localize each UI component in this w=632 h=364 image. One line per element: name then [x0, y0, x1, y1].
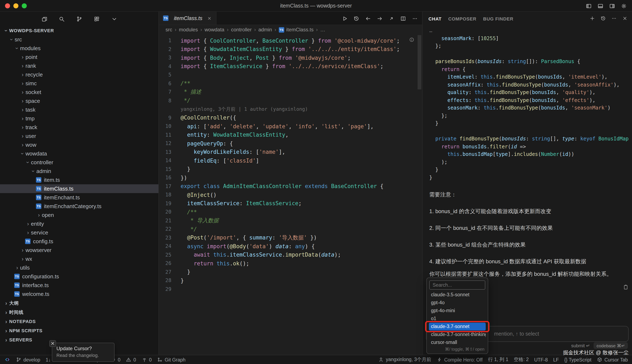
- copy-icon[interactable]: [41, 16, 47, 22]
- model-option-claude-3-7-sonnet-thinking[interactable]: claude-3.7-sonnet-thinking: [429, 330, 486, 338]
- toast-body[interactable]: Read the changelog.: [56, 353, 110, 358]
- tab-chat[interactable]: CHAT: [428, 16, 442, 21]
- model-option-claude-3-5-sonnet[interactable]: claude-3.5-sonnet: [429, 291, 486, 299]
- layout-sidebar-icon[interactable]: [586, 3, 592, 9]
- section-npm-scripts[interactable]: ›NPM SCRIPTS: [0, 326, 158, 335]
- folder-rank[interactable]: ›rank: [0, 62, 158, 70]
- breadcrumb-item[interactable]: …: [320, 27, 325, 32]
- model-option-o1[interactable]: o1: [429, 315, 486, 323]
- update-toast[interactable]: × Update Cursor? Read the changelog.: [52, 343, 114, 362]
- breadcrumb-controller[interactable]: controller: [231, 27, 252, 32]
- layout-sidebar-right-icon[interactable]: [609, 3, 615, 9]
- folder-space[interactable]: ›space: [0, 96, 158, 105]
- file-item-ts[interactable]: TSitem.ts: [0, 176, 158, 184]
- folder-wow[interactable]: ›wow: [0, 140, 158, 149]
- file-configuration-ts[interactable]: TSconfiguration.ts: [0, 272, 158, 281]
- status-utf-8[interactable]: UTF-8: [534, 357, 548, 362]
- folder-service[interactable]: ›service: [0, 228, 158, 237]
- hint-icon[interactable]: [409, 37, 415, 43]
- nav-back-icon[interactable]: [365, 15, 371, 22]
- folder-entity[interactable]: ›entity: [0, 220, 158, 228]
- model-option-cursor-small[interactable]: cursor-small: [429, 338, 486, 346]
- folder-controller[interactable]: ›controller: [0, 158, 158, 167]
- search-icon[interactable]: [58, 16, 65, 22]
- layout-panel-icon[interactable]: [597, 3, 604, 9]
- hint-icon[interactable]: [409, 37, 415, 43]
- file-itemenchantcategory-ts[interactable]: TSitemEnchantCategory.ts: [0, 202, 158, 211]
- folder-simc[interactable]: ›simc: [0, 79, 158, 88]
- folder-utils[interactable]: ›utils: [0, 263, 158, 272]
- folder-wowserver[interactable]: ›wowserver: [0, 246, 158, 254]
- section-notepads[interactable]: ›NOTEPADS: [0, 317, 158, 326]
- status-0[interactable]: 0: [142, 357, 152, 362]
- breadcrumb-admin[interactable]: admin: [258, 27, 272, 32]
- status-typescript[interactable]: {} TypeScript: [564, 357, 592, 362]
- model-option-gpt-4o[interactable]: gpt-4o: [429, 299, 486, 307]
- play-icon[interactable]: [342, 15, 348, 22]
- folder-user[interactable]: ›user: [0, 132, 158, 140]
- maximize-window-button[interactable]: [22, 3, 27, 8]
- status-cursor-tab[interactable]: Cursor Tab: [597, 357, 628, 362]
- file-itemclass-ts[interactable]: TSitemClass.ts: [0, 184, 158, 193]
- settings-gear-icon[interactable]: [621, 3, 627, 9]
- folder-wowdata[interactable]: ›wowdata: [0, 149, 158, 158]
- file-welcome-ts[interactable]: TSwelcome.ts: [0, 290, 158, 298]
- chevron-down-icon[interactable]: [111, 16, 118, 22]
- model-option-gpt-4o-mini[interactable]: gpt-4o-mini: [429, 307, 486, 315]
- file-config-ts[interactable]: TSconfig.ts: [0, 237, 158, 246]
- folder-wowdps-server[interactable]: ›WOWDPS-SERVER: [0, 26, 158, 35]
- nav-forward-icon[interactable]: [376, 15, 383, 22]
- breadcrumb-itemclass-ts[interactable]: TSitemClass.ts: [279, 27, 314, 32]
- clipboard-icon[interactable]: [623, 284, 629, 290]
- model-option-claude-3-7-sonnet[interactable]: claude-3.7-sonnet: [429, 323, 486, 330]
- close-window-button[interactable]: [5, 3, 10, 8]
- more-icon[interactable]: [412, 15, 418, 22]
- folder-src[interactable]: ›src: [0, 35, 158, 44]
- submit-button[interactable]: submit ↵: [571, 343, 590, 348]
- status-git-graph[interactable]: Git Graph: [157, 357, 186, 362]
- close-icon[interactable]: ×: [49, 340, 56, 347]
- tab-composer[interactable]: COMPOSER: [448, 16, 476, 21]
- section-大纲[interactable]: ›大纲: [0, 298, 158, 308]
- breadcrumb-modules[interactable]: modules: [179, 27, 198, 32]
- status-空格-2[interactable]: 空格: 2: [514, 356, 529, 363]
- history-icon[interactable]: [600, 16, 606, 21]
- codebase-button[interactable]: codebase ⌘↵: [594, 342, 628, 349]
- code-editor[interactable]: 1import { CoolController, BaseController…: [159, 34, 422, 355]
- file-itemenchant-ts[interactable]: TSitemEnchant.ts: [0, 193, 158, 202]
- folder-socket[interactable]: ›socket: [0, 88, 158, 96]
- plus-icon[interactable]: [589, 16, 595, 21]
- extensions-icon[interactable]: [94, 16, 100, 22]
- breadcrumb-src[interactable]: src: [166, 27, 172, 32]
- status-行-1-列-1[interactable]: 行 1, 列 1: [488, 356, 508, 363]
- folder-tmp[interactable]: ›tmp: [0, 114, 158, 123]
- folder-wx[interactable]: ›wx: [0, 254, 158, 263]
- editor-scrollbar[interactable]: [418, 35, 421, 90]
- tab-bug-finder[interactable]: BUG FINDER: [483, 16, 513, 21]
- status-item[interactable]: [4, 356, 10, 363]
- close-icon[interactable]: [207, 16, 212, 21]
- folder-track[interactable]: ›track: [0, 123, 158, 132]
- minimize-window-button[interactable]: [14, 3, 18, 8]
- split-icon[interactable]: [400, 15, 406, 22]
- status-yangxinlong-3个月前[interactable]: yangxinlong, 3个月前: [378, 356, 431, 363]
- status-develop[interactable]: develop: [16, 357, 40, 362]
- more-icon[interactable]: [611, 16, 617, 21]
- close-tab-icon[interactable]: [207, 16, 212, 21]
- folder-task[interactable]: ›task: [0, 105, 158, 114]
- folder-recycle[interactable]: ›recycle: [0, 70, 158, 79]
- tab-itemclass[interactable]: TS itemClass.ts: [159, 12, 216, 25]
- folder-admin[interactable]: ›admin: [0, 167, 158, 176]
- source-control-icon[interactable]: [76, 16, 82, 22]
- history-icon[interactable]: [353, 15, 360, 22]
- file-interface-ts[interactable]: TSinterface.ts: [0, 281, 158, 290]
- folder-open[interactable]: ›open: [0, 211, 158, 220]
- model-search-input[interactable]: Search...: [429, 280, 485, 290]
- section-时间线[interactable]: ›时间线: [0, 308, 158, 317]
- status-lf[interactable]: LF: [553, 357, 559, 362]
- close-icon[interactable]: [622, 16, 628, 21]
- status-compile-hero-off[interactable]: Compile Hero: Off: [436, 357, 482, 362]
- breadcrumb-wowdata[interactable]: wowdata: [204, 27, 224, 32]
- folder-modules[interactable]: ›modules: [0, 44, 158, 53]
- open-changes-icon[interactable]: [388, 15, 394, 22]
